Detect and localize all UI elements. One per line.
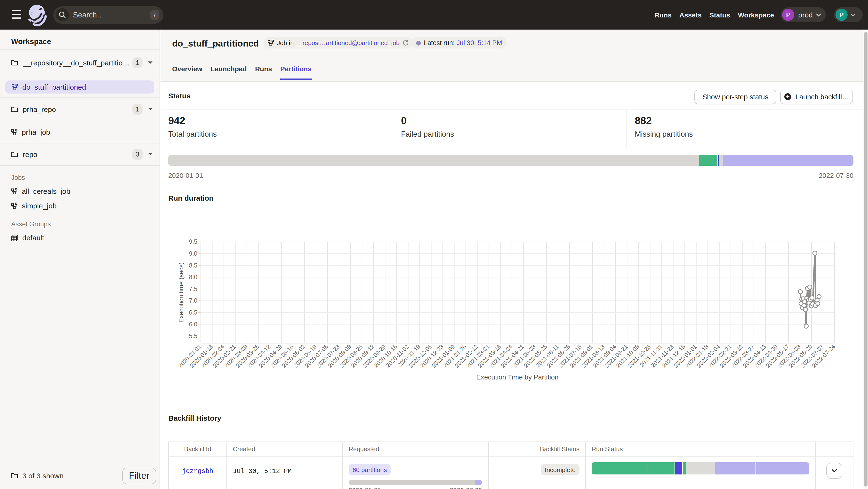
svg-text:5.5: 5.5 bbox=[189, 332, 197, 339]
svg-text:9.0: 9.0 bbox=[189, 250, 197, 257]
svg-text:6.5: 6.5 bbox=[189, 309, 197, 316]
svg-text:8.5: 8.5 bbox=[189, 262, 197, 269]
svg-text:6.0: 6.0 bbox=[189, 321, 197, 328]
svg-text:8.0: 8.0 bbox=[189, 273, 197, 280]
svg-text:Execution time (secs): Execution time (secs) bbox=[178, 262, 185, 323]
svg-text:Execution Time by Partition: Execution Time by Partition bbox=[476, 373, 558, 381]
svg-text:7.5: 7.5 bbox=[189, 286, 197, 292]
svg-text:9.5: 9.5 bbox=[189, 238, 197, 245]
svg-text:7.0: 7.0 bbox=[189, 297, 197, 304]
